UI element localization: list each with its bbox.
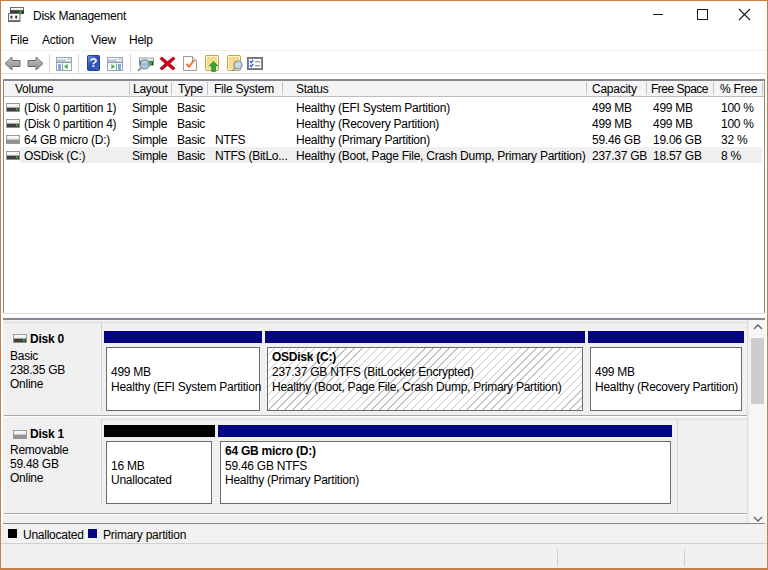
svg-text:?: ? [90, 55, 98, 70]
